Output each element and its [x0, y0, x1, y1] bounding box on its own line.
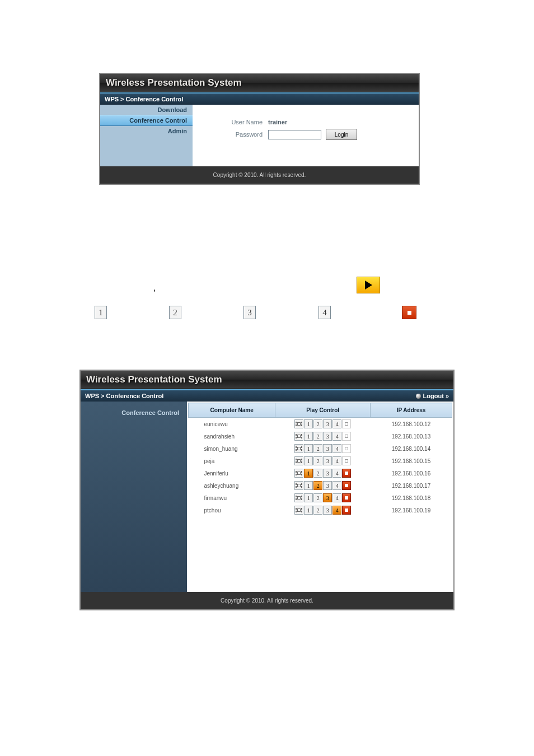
quadrant-1-button[interactable]: 1 — [304, 493, 313, 502]
quadrant-4-button[interactable]: 4 — [332, 444, 341, 453]
quadrant-1-button[interactable]: 1 — [95, 306, 107, 319]
stop-button[interactable] — [342, 432, 351, 441]
quadrant-2-button[interactable]: 2 — [313, 432, 322, 441]
nav-conference-control[interactable]: Conference Control — [100, 115, 193, 126]
stop-button[interactable] — [342, 493, 351, 502]
quadrant-1-button[interactable]: 1 — [304, 469, 313, 478]
fullscreen-button[interactable] — [294, 444, 303, 453]
col-ip-address: IP Address — [370, 403, 452, 418]
clients-table-wrap: Computer Name Play Control IP Address eu… — [187, 402, 453, 592]
quadrant-1-button[interactable]: 1 — [304, 506, 313, 515]
fullscreen-button[interactable] — [294, 432, 303, 441]
fullscreen-button[interactable] — [294, 469, 303, 478]
quadrant-2-button[interactable]: 2 — [313, 456, 322, 465]
logout-icon — [416, 394, 421, 399]
cell-play-control: 1234 — [275, 467, 371, 479]
stop-square-icon — [407, 311, 411, 315]
table-row: Jenniferlu1234192.168.100.16 — [189, 467, 452, 479]
quadrant-3-button[interactable]: 3 — [323, 456, 332, 465]
cell-play-control: 1234 — [275, 418, 371, 431]
cell-play-control: 1234 — [275, 442, 371, 455]
cell-computer-name: sandrahsieh — [189, 430, 275, 442]
panel2-title: Wireless Presentation System — [81, 371, 453, 389]
stop-button[interactable] — [342, 506, 351, 515]
stop-button[interactable] — [342, 469, 351, 478]
quadrant-4-button[interactable]: 4 — [332, 506, 341, 515]
cell-play-control: 1234 — [275, 455, 371, 467]
stop-button[interactable] — [342, 444, 351, 453]
quadrant-3-button[interactable]: 3 — [323, 444, 332, 453]
quadrant-1-button[interactable]: 1 — [304, 419, 313, 428]
stop-square-icon — [345, 472, 348, 475]
password-label: Password — [215, 131, 263, 138]
fullscreen-button[interactable] — [294, 456, 303, 465]
stop-square-icon — [345, 447, 348, 450]
quadrant-4-button[interactable]: 4 — [332, 432, 341, 441]
stop-button[interactable] — [342, 456, 351, 465]
quadrant-4-button[interactable]: 4 — [332, 456, 341, 465]
quadrant-3-button[interactable]: 3 — [323, 481, 332, 490]
quadrant-1-button[interactable]: 1 — [304, 456, 313, 465]
breadcrumb-2: WPS > Conference Control — [85, 393, 163, 399]
quadrant-3-button[interactable]: 3 — [323, 469, 332, 478]
quadrant-1-button[interactable]: 1 — [304, 481, 313, 490]
fullscreen-button[interactable] — [294, 506, 303, 515]
cell-ip-address: 192.168.100.12 — [370, 418, 452, 431]
quadrant-3-button[interactable]: 3 — [323, 419, 332, 428]
stop-button[interactable] — [342, 481, 351, 490]
table-row: ptchou1234192.168.100.19 — [189, 504, 452, 516]
quadrant-2-button[interactable]: 2 — [313, 493, 322, 502]
play-icon[interactable] — [357, 277, 380, 293]
table-row: simon_huang1234192.168.100.14 — [189, 442, 452, 455]
login-form: User Name trainer Password Login — [193, 105, 419, 166]
quadrant-4-button[interactable]: 4 — [332, 469, 341, 478]
quadrant-2-button[interactable]: 2 — [313, 444, 322, 453]
cell-play-control: 1234 — [275, 492, 371, 504]
nav2-conference-control[interactable]: Conference Control — [81, 409, 179, 416]
stop-square-icon — [345, 459, 348, 463]
stop-square-icon — [345, 484, 348, 487]
password-input[interactable] — [268, 130, 321, 139]
quadrant-1-button[interactable]: 1 — [304, 444, 313, 453]
quadrant-4-button[interactable]: 4 — [332, 493, 341, 502]
footer-copyright: Copyright © 2010. All rights reserved. — [100, 166, 419, 184]
panel-title: Wireless Presentation System — [100, 74, 419, 92]
cell-computer-name: ptchou — [189, 504, 275, 516]
cell-ip-address: 192.168.100.19 — [370, 504, 452, 516]
fullscreen-button[interactable] — [294, 419, 303, 428]
quadrant-2-button[interactable]: 2 — [169, 306, 181, 319]
col-play-control: Play Control — [275, 403, 371, 418]
logout-link[interactable]: Logout » — [416, 393, 449, 399]
fullscreen-button[interactable] — [294, 481, 303, 490]
quadrant-4-button[interactable]: 4 — [332, 419, 341, 428]
quadrant-2-button[interactable]: 2 — [313, 469, 322, 478]
nav-admin[interactable]: Admin — [100, 126, 193, 136]
quadrant-2-button[interactable]: 2 — [313, 506, 322, 515]
table-row: ashleychuang1234192.168.100.17 — [189, 479, 452, 492]
username-value: trainer — [268, 119, 287, 125]
cell-computer-name: peja — [189, 455, 275, 467]
quadrant-1-button[interactable]: 1 — [304, 432, 313, 441]
quadrant-4-button[interactable]: 4 — [318, 306, 331, 319]
cell-ip-address: 192.168.100.15 — [370, 455, 452, 467]
quadrant-4-button[interactable]: 4 — [332, 481, 341, 490]
quadrant-3-button[interactable]: 3 — [323, 506, 332, 515]
quadrant-3-button[interactable]: 3 — [323, 493, 332, 502]
cell-play-control: 1234 — [275, 504, 371, 516]
quadrant-2-button[interactable]: 2 — [313, 419, 322, 428]
cell-computer-name: simon_huang — [189, 442, 275, 455]
stop-button[interactable] — [342, 419, 351, 428]
login-button[interactable]: Login — [326, 129, 357, 140]
nav-download[interactable]: Download — [100, 105, 193, 115]
fullscreen-button[interactable] — [294, 493, 303, 502]
stop-square-icon — [345, 422, 348, 426]
breadcrumb: WPS > Conference Control — [100, 92, 419, 105]
stop-square-icon — [345, 508, 348, 512]
username-label: User Name — [215, 119, 263, 125]
cell-ip-address: 192.168.100.17 — [370, 479, 452, 492]
play-triangle-icon — [365, 281, 372, 290]
quadrant-3-button[interactable]: 3 — [243, 306, 256, 319]
quadrant-2-button[interactable]: 2 — [313, 481, 322, 490]
quadrant-3-button[interactable]: 3 — [323, 432, 332, 441]
stop-button[interactable] — [402, 306, 416, 319]
